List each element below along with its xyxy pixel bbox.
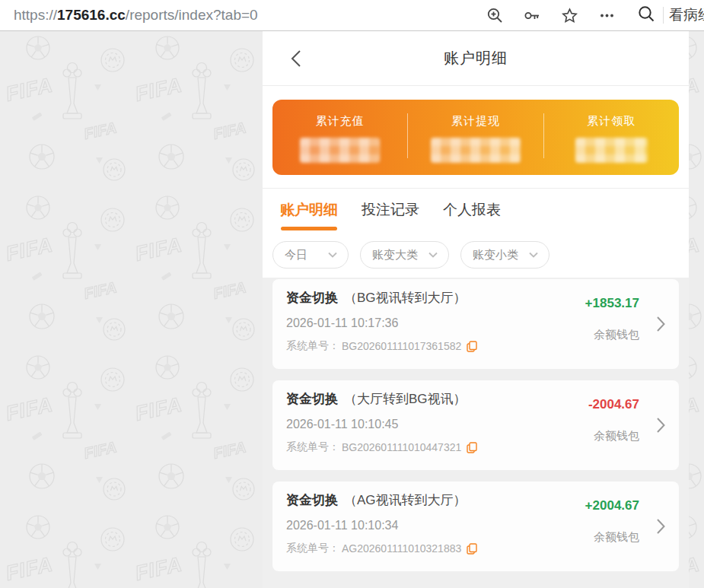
search-query-text[interactable]: 看病经 xyxy=(669,5,704,25)
key-icon[interactable] xyxy=(524,7,541,24)
copy-icon[interactable] xyxy=(467,543,477,555)
summary-card: 累计充值 累计提现 累计领取 xyxy=(272,100,679,175)
filter-date-dropdown[interactable]: 今日 xyxy=(272,241,349,269)
transaction-row[interactable]: 资金切换（大厅转到BG视讯） 2026-01-11 10:10:45 系统单号：… xyxy=(272,380,679,470)
url-path: /reports/index?tab=0 xyxy=(126,7,258,23)
transaction-subtitle: （大厅转到BG视讯） xyxy=(344,392,467,406)
tabs-bar: 账户明细 投注记录 个人报表 xyxy=(263,189,689,233)
filter-label: 账变小类 xyxy=(473,248,518,262)
tab-personal-report[interactable]: 个人报表 xyxy=(443,200,501,233)
transaction-amount: -2004.67 xyxy=(588,397,639,412)
order-number-label: 系统单号： xyxy=(286,440,339,454)
chevron-down-icon xyxy=(328,252,337,258)
tab-account-details[interactable]: 账户明细 xyxy=(280,200,338,233)
account-details-panel: 账户明细 累计充值 累计提现 累计领取 账户明细 投注记录 xyxy=(263,31,689,588)
transaction-row[interactable]: 资金切换（AG视讯转到大厅） 2026-01-11 10:10:34 系统单号：… xyxy=(272,482,679,571)
transaction-type: 资金切换 xyxy=(286,392,338,406)
zoom-in-icon[interactable] xyxy=(486,7,504,24)
summary-label: 累计领取 xyxy=(587,114,636,129)
summary-section: 累计充值 累计提现 累计领取 xyxy=(263,86,689,189)
back-button[interactable] xyxy=(281,31,311,85)
tab-bet-records[interactable]: 投注记录 xyxy=(362,200,419,233)
blurred-value xyxy=(431,138,521,163)
order-number-value: BG202601111017361582 xyxy=(342,340,461,352)
copy-icon[interactable] xyxy=(467,442,477,453)
star-icon[interactable] xyxy=(561,7,578,24)
wallet-type: 余额钱包 xyxy=(594,328,639,342)
search-icon[interactable] xyxy=(637,5,656,27)
transaction-amount: +1853.17 xyxy=(585,296,639,311)
summary-total-deposit: 累计充值 xyxy=(272,100,407,175)
order-number-value: AG202601111010321883 xyxy=(342,542,461,555)
toolbar-search-box[interactable]: 看病经 xyxy=(637,5,704,27)
transaction-amount: +2004.67 xyxy=(585,498,639,513)
transaction-type: 资金切换 xyxy=(286,493,338,507)
order-number-value: BG202601111010447321 xyxy=(342,441,461,453)
transaction-subtitle: （BG视讯转到大厅） xyxy=(344,291,467,305)
page-header: 账户明细 xyxy=(263,31,689,86)
transaction-row[interactable]: 资金切换（BG视讯转到大厅） 2026-01-11 10:17:36 系统单号：… xyxy=(272,279,679,369)
filter-label: 今日 xyxy=(285,248,307,262)
blurred-value xyxy=(300,138,380,163)
summary-total-claimed: 累计领取 xyxy=(544,100,679,175)
transaction-subtitle: （AG视讯转到大厅） xyxy=(344,493,467,507)
page-title: 账户明细 xyxy=(444,48,508,68)
transaction-type: 资金切换 xyxy=(286,291,338,305)
search-divider xyxy=(663,7,664,24)
summary-label: 累计充值 xyxy=(316,114,365,129)
back-icon xyxy=(291,50,301,67)
filter-bar: 今日 账变大类 账变小类 xyxy=(263,233,689,278)
more-icon[interactable] xyxy=(598,7,616,24)
chevron-right-icon[interactable] xyxy=(657,418,665,433)
blurred-value xyxy=(575,138,648,163)
url-scheme: https:// xyxy=(14,7,57,23)
summary-label: 累计提现 xyxy=(451,114,500,129)
wallet-type: 余额钱包 xyxy=(594,530,639,545)
tab-label: 投注记录 xyxy=(362,200,419,220)
copy-icon[interactable] xyxy=(467,341,477,352)
browser-address-bar[interactable]: https://175616.cc/reports/index?tab=0 xyxy=(0,0,704,31)
filter-label: 账变大类 xyxy=(372,248,418,262)
wallet-type: 余额钱包 xyxy=(594,429,639,443)
filter-major-category-dropdown[interactable]: 账变大类 xyxy=(360,241,449,269)
tab-label: 个人报表 xyxy=(443,200,501,220)
filter-minor-category-dropdown[interactable]: 账变小类 xyxy=(460,241,550,269)
active-tab-underline xyxy=(281,227,337,230)
tab-label: 账户明细 xyxy=(280,200,338,220)
chevron-down-icon xyxy=(428,252,438,258)
chevron-right-icon[interactable] xyxy=(657,519,665,534)
order-number-label: 系统单号： xyxy=(286,542,339,555)
transaction-list: 资金切换（BG视讯转到大厅） 2026-01-11 10:17:36 系统单号：… xyxy=(263,278,689,588)
chevron-down-icon xyxy=(529,252,538,258)
url-text[interactable]: https://175616.cc/reports/index?tab=0 xyxy=(14,7,486,24)
order-number-label: 系统单号： xyxy=(286,339,339,353)
url-host: 175616.cc xyxy=(57,7,126,23)
summary-total-withdrawal: 累计提现 xyxy=(408,100,543,175)
chevron-right-icon[interactable] xyxy=(657,316,665,332)
